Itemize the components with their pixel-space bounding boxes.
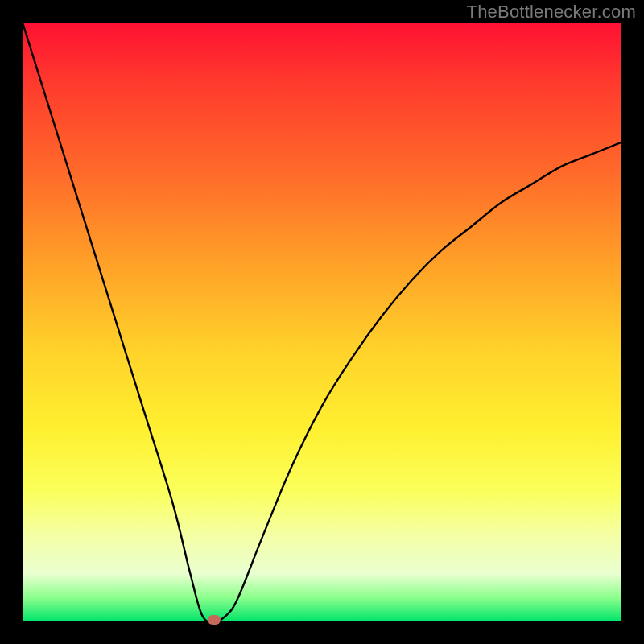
bottleneck-curve (23, 23, 621, 621)
chart-frame: TheBottlenecker.com (0, 0, 644, 644)
plot-area (23, 23, 621, 621)
watermark-text: TheBottlenecker.com (467, 2, 636, 23)
optimal-marker (208, 615, 221, 625)
